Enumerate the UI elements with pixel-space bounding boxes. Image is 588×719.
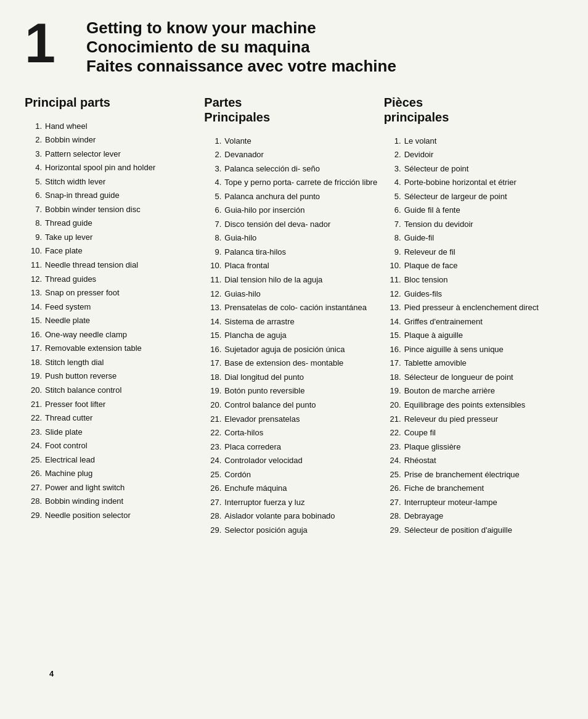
list-item: 18.Stitch length dial	[25, 357, 198, 368]
list-item: 11.Bloc tension	[384, 274, 557, 286]
list-item: 23.Placa corredera	[204, 442, 377, 453]
list-item: 16.One-way needle clamp	[25, 329, 198, 340]
item-text: Cordón	[224, 469, 251, 480]
item-text: Equilibrage des points extensibles	[404, 400, 526, 411]
item-number: 18.	[25, 357, 42, 368]
list-item: 4.Tope y perno porta- carrete de fricció…	[204, 177, 377, 188]
list-item: 10.Face plate	[25, 245, 198, 257]
item-number: 3.	[384, 163, 401, 175]
item-text: Devanador	[224, 149, 264, 160]
list-item: 25.Electrical lead	[25, 454, 198, 466]
list-item: 25.Prise de branchement électrique	[384, 469, 557, 480]
item-number: 13.	[204, 302, 221, 313]
list-item: 5.Palanca anchura del punto	[204, 191, 377, 202]
item-number: 24.	[25, 440, 42, 451]
list-item: 23.Slide plate	[25, 427, 198, 438]
item-number: 24.	[204, 455, 221, 466]
item-text: Foot control	[45, 440, 88, 451]
item-text: Guide-fil	[404, 232, 434, 244]
list-item: 23.Plaque glissière	[384, 442, 557, 453]
item-text: Devidoir	[404, 149, 434, 160]
item-text: Guia-hilo por inserción	[224, 205, 304, 216]
item-number: 5.	[204, 191, 221, 202]
list-item: 19.Botón punto reversible	[204, 385, 377, 396]
item-text: Needle thread tension dial	[45, 260, 138, 271]
title-fr: Faites connaissance avec votre machine	[86, 57, 396, 76]
list-item: 9.Releveur de fil	[384, 247, 557, 258]
list-item: 27.Power and light switch	[25, 482, 198, 493]
item-number: 25.	[384, 469, 401, 480]
item-text: Dial longitud del punto	[224, 372, 304, 383]
item-text: Thread cutter	[45, 413, 92, 424]
item-number: 9.	[384, 247, 401, 258]
item-number: 16.	[384, 344, 401, 355]
item-number: 10.	[204, 260, 221, 271]
item-text: Feed system	[45, 302, 91, 313]
item-number: 18.	[384, 372, 401, 383]
title-es: Conocimiento de su maquina	[86, 38, 396, 57]
column-header-spanish: PartesPrincipales	[204, 95, 377, 125]
list-item: 29.Selector posición aguja	[204, 525, 377, 536]
item-number: 26.	[204, 483, 221, 494]
list-item: 5.Stitch width lever	[25, 176, 198, 187]
item-text: Plancha de aguja	[224, 330, 286, 341]
item-text: Porte-bobine horizontal et étrier	[404, 177, 517, 188]
item-number: 8.	[384, 232, 401, 244]
item-text: Releveur de fil	[404, 247, 455, 258]
item-number: 6.	[204, 205, 221, 216]
item-number: 9.	[204, 247, 221, 258]
item-text: Palanca selección di- seño	[224, 163, 320, 175]
item-number: 2.	[384, 149, 401, 160]
item-number: 12.	[204, 289, 221, 300]
list-item: 13.Prensatelas de colo- cación instantán…	[204, 302, 377, 313]
list-item: 22.Corta-hilos	[204, 427, 377, 438]
list-item: 29.Needle position selector	[25, 510, 198, 521]
item-number: 14.	[384, 316, 401, 327]
item-number: 2.	[25, 134, 42, 146]
item-text: Hand wheel	[45, 121, 88, 132]
item-number: 2.	[204, 149, 221, 160]
item-text: Machine plug	[45, 468, 92, 479]
item-text: Tension du devidoir	[404, 219, 473, 230]
item-text: Needle position selector	[45, 510, 131, 521]
item-text: Selector posición aguja	[224, 525, 307, 536]
item-number: 3.	[25, 149, 42, 160]
item-text: Thread guides	[45, 274, 96, 285]
item-text: Face plate	[45, 245, 83, 257]
list-item: 15.Plancha de aguja	[204, 330, 377, 341]
item-text: Stitch balance control	[45, 385, 121, 396]
item-number: 25.	[25, 454, 42, 466]
list-item: 3.Pattern selector lever	[25, 149, 198, 160]
list-item: 7.Bobbin winder tension disc	[25, 204, 198, 215]
item-text: Sistema de arrastre	[224, 316, 294, 327]
item-text: Stitch length dial	[45, 357, 104, 368]
item-text: Interruptor fuerza y luz	[224, 497, 304, 508]
item-text: Plaque glissière	[404, 442, 461, 453]
item-text: Thread guide	[45, 218, 92, 229]
list-item: 8.Guide-fil	[384, 232, 557, 244]
item-text: Botón punto reversible	[224, 385, 304, 396]
list-item: 19.Push button reverse	[25, 371, 198, 382]
item-number: 5.	[384, 191, 401, 202]
list-item: 15.Plaque à aiguille	[384, 330, 557, 341]
list-item: 18.Sélecteur de longueur de point	[384, 372, 557, 383]
list-item: 12.Guias-hilo	[204, 289, 377, 300]
list-item: 17.Tablette amovible	[384, 358, 557, 369]
item-number: 29.	[204, 525, 221, 536]
parts-list-english: 1.Hand wheel2.Bobbin winder3.Pattern sel…	[25, 121, 198, 521]
item-text: Electrical lead	[45, 454, 95, 466]
item-number: 8.	[25, 218, 42, 229]
item-number: 11.	[204, 274, 221, 286]
list-item: 22.Coupe fil	[384, 427, 557, 438]
item-number: 13.	[25, 287, 42, 298]
item-number: 26.	[25, 468, 42, 479]
item-text: Bouton de marche arrière	[404, 385, 495, 396]
item-number: 28.	[384, 511, 401, 522]
list-item: 12.Guides-fils	[384, 289, 557, 300]
item-number: 12.	[384, 289, 401, 300]
item-text: Power and light switch	[45, 482, 125, 493]
item-number: 17.	[204, 358, 221, 369]
item-number: 23.	[204, 442, 221, 453]
item-text: Bobbin winder	[45, 134, 96, 146]
list-item: 9.Palanca tira-hilos	[204, 247, 377, 258]
